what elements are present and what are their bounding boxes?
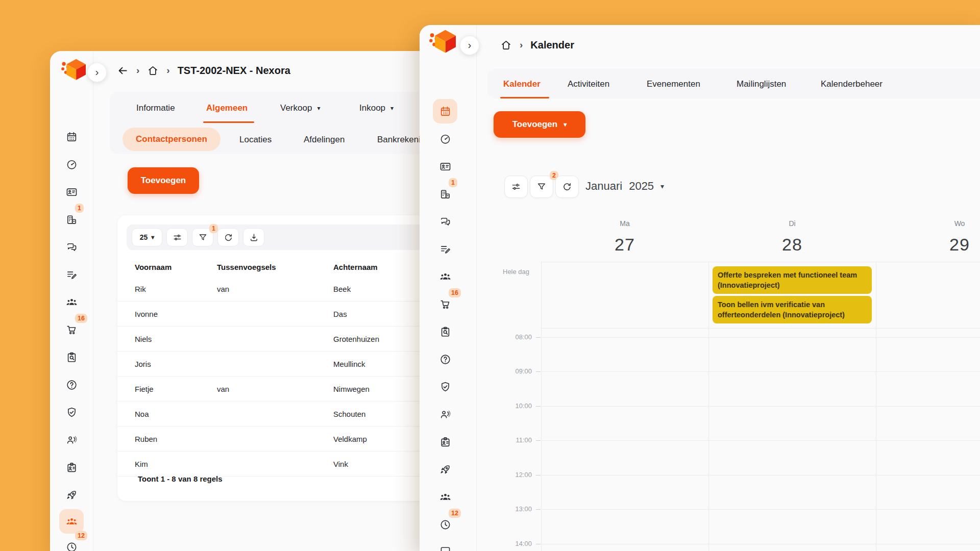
sidebar-expand-button[interactable]: › — [87, 63, 107, 82]
calendar-event[interactable]: Toon bellen ivm verificatie van offerteo… — [713, 296, 872, 323]
tab-evenementen[interactable]: Evenementen — [647, 79, 700, 89]
subtab-locaties[interactable]: Locaties — [239, 135, 272, 145]
tab-algemeen[interactable]: Algemeen — [206, 103, 248, 113]
sidebar-item-members[interactable] — [433, 485, 457, 509]
column-settings-button[interactable] — [166, 228, 188, 246]
cart-icon — [439, 298, 451, 310]
sidebar-item-members[interactable] — [59, 509, 84, 534]
sidebar-item-clipboard-search[interactable] — [59, 345, 84, 369]
calendar-event[interactable]: Offerte bespreken met functioneel team (… — [713, 266, 872, 294]
gridline — [541, 544, 980, 544]
tab-informatie[interactable]: Informatie — [136, 103, 175, 113]
tab-inkoop[interactable]: Inkoop▾ — [359, 103, 394, 113]
sidebar-item-calendar[interactable] — [433, 99, 457, 123]
sidebar-item-organisation[interactable]: 1 — [59, 207, 84, 232]
tick-mark — [536, 406, 541, 407]
sidebar-item-team[interactable] — [433, 264, 457, 289]
add-contact-button[interactable]: Toevoegen — [128, 167, 199, 194]
tick-mark — [536, 509, 541, 510]
history-badge: 12 — [449, 509, 461, 518]
month-label: Januari — [585, 180, 622, 193]
calendar-window: 1 16 12 › › Kalender Kalender Activiteit… — [420, 25, 980, 551]
day-number[interactable]: 28 — [708, 235, 876, 255]
sidebar-item-screen[interactable] — [433, 539, 457, 551]
filter-button[interactable]: 2 — [530, 176, 553, 198]
sidebar-item-id-badge[interactable] — [433, 430, 457, 454]
sidebar-item-rocket[interactable] — [59, 483, 84, 507]
filter-icon — [536, 182, 547, 192]
id-badge-icon — [66, 462, 78, 473]
back-arrow-icon[interactable] — [117, 65, 129, 77]
screen-icon — [439, 545, 451, 551]
sidebar-item-security[interactable] — [433, 374, 457, 399]
home-icon[interactable] — [147, 65, 159, 77]
clock-icon — [66, 541, 78, 551]
sidebar-item-team[interactable] — [59, 290, 84, 314]
sidebar-item-clipboard-search[interactable] — [433, 319, 457, 344]
breadcrumb: › Kalender — [500, 39, 574, 51]
sidebar-item-chat[interactable] — [433, 209, 457, 234]
sidebar-item-help[interactable] — [433, 347, 457, 371]
sidebar-item-account-voice[interactable] — [59, 428, 84, 452]
day-number[interactable]: 27 — [541, 235, 708, 255]
sidebar-item-security[interactable] — [59, 400, 84, 424]
sidebar-item-help[interactable] — [59, 372, 84, 397]
gridline — [541, 509, 980, 510]
app-logo-icon — [428, 29, 457, 56]
sidebar-item-history[interactable]: 12 — [59, 535, 84, 551]
shield-check-icon — [66, 407, 78, 418]
subtab-contactpersonen[interactable]: Contactpersonen — [122, 128, 220, 151]
caret-down-icon: ▾ — [317, 105, 320, 112]
page-size-select[interactable]: 25▾ — [132, 228, 162, 246]
active-tab-underline — [203, 121, 254, 123]
caret-down-icon: ▾ — [660, 182, 664, 190]
download-button[interactable] — [243, 228, 264, 246]
cart-badge: 16 — [75, 314, 87, 323]
refresh-button[interactable] — [217, 228, 239, 246]
sidebar-item-chat[interactable] — [59, 235, 84, 259]
sidebar-item-history[interactable]: 12 — [433, 512, 457, 537]
tick-mark — [536, 371, 541, 372]
sidebar-item-organisation[interactable]: 1 — [433, 182, 457, 206]
filter-button[interactable]: 1 — [192, 228, 213, 246]
display-settings-button[interactable] — [504, 176, 528, 198]
column-header-tussenvoegsels[interactable]: Tussenvoegsels — [217, 263, 333, 271]
column-header-voornaam[interactable]: Voornaam — [135, 263, 217, 271]
gridline — [541, 328, 980, 329]
download-icon — [249, 233, 259, 242]
page-title: Kalender — [530, 39, 574, 51]
day-name: Di — [708, 219, 876, 228]
sidebar-item-rocket[interactable] — [433, 457, 457, 482]
caret-down-icon: ▾ — [151, 234, 154, 241]
sidebar-item-id-badge[interactable] — [59, 455, 84, 480]
tab-kalender[interactable]: Kalender — [503, 79, 541, 89]
sidebar-item-dashboard[interactable] — [433, 127, 457, 151]
tab-mailinglijsten[interactable]: Mailinglijsten — [737, 79, 786, 89]
tab-activiteiten[interactable]: Activiteiten — [568, 79, 609, 89]
sidebar-item-notes[interactable] — [59, 262, 84, 287]
sidebar-item-account-voice[interactable] — [433, 402, 457, 427]
tab-kalenderbeheer[interactable]: Kalenderbeheer — [821, 79, 883, 89]
building-icon — [66, 214, 78, 226]
clipboard-search-icon — [439, 326, 451, 338]
sidebar-expand-button[interactable]: › — [460, 36, 479, 55]
day-number[interactable]: 29 — [876, 235, 980, 255]
all-day-label: Hele dag — [503, 268, 529, 276]
sidebar-item-calendar[interactable] — [59, 124, 84, 149]
home-icon[interactable] — [500, 39, 512, 51]
sidebar-item-cart[interactable]: 16 — [59, 317, 84, 342]
sidebar-item-relations[interactable] — [433, 154, 457, 179]
add-event-button[interactable]: Toevoegen▾ — [494, 111, 585, 138]
sidebar-item-relations[interactable] — [59, 180, 84, 204]
subtab-afdelingen[interactable]: Afdelingen — [304, 135, 345, 145]
refresh-icon — [224, 233, 233, 242]
month-picker[interactable]: Januari 2025 ▾ — [585, 180, 664, 193]
refresh-button[interactable] — [555, 176, 579, 198]
sidebar-item-notes[interactable] — [433, 237, 457, 261]
filter-badge: 1 — [209, 224, 218, 233]
sidebar-item-dashboard[interactable] — [59, 152, 84, 177]
tab-verkoop[interactable]: Verkoop▾ — [280, 103, 320, 113]
people-icon — [66, 296, 78, 308]
page-title: TST-2002-NEX - Nexora — [178, 65, 290, 77]
sidebar-item-cart[interactable]: 16 — [433, 292, 457, 316]
